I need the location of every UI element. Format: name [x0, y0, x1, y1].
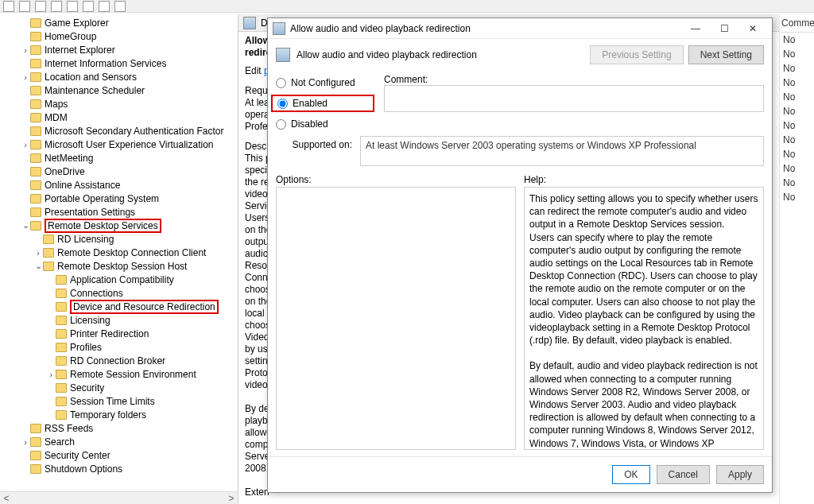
cancel-button[interactable]: Cancel [657, 465, 710, 484]
dialog-titlebar[interactable]: Allow audio and video playback redirecti… [268, 18, 772, 39]
toolbar-icon[interactable] [3, 1, 14, 12]
comment-cell: No [780, 33, 814, 47]
expand-icon[interactable]: › [33, 248, 43, 258]
tree-pane[interactable]: Game ExplorerHomeGroup›Internet Explorer… [0, 14, 238, 504]
expand-icon[interactable]: ⌄ [21, 220, 30, 231]
folder-icon [30, 424, 41, 433]
toolbar-icon[interactable] [99, 1, 110, 12]
tree-item[interactable]: OneDrive [2, 165, 238, 178]
tree-item[interactable]: Maintenance Scheduler [2, 83, 238, 97]
next-setting-button[interactable]: Next Setting [688, 45, 764, 64]
scroll-right-icon[interactable]: > [225, 493, 238, 504]
tree-item[interactable]: Online Assistance [2, 178, 238, 192]
tree-label: Shutdown Options [45, 463, 122, 475]
comment-cell: No [780, 47, 814, 61]
previous-setting-button[interactable]: Previous Setting [590, 45, 683, 64]
toolbar-icon[interactable] [67, 1, 78, 12]
tree-item[interactable]: ›Internet Explorer [2, 43, 238, 56]
tree-item[interactable]: HomeGroup [2, 29, 238, 43]
options-box[interactable] [276, 187, 516, 450]
tree-item[interactable]: Security Center [2, 448, 238, 462]
tree-item[interactable]: Presentation Settings [2, 205, 238, 219]
dialog-subtitle: Allow audio and video playback redirecti… [297, 49, 477, 60]
tree-label: Temporary folders [70, 409, 146, 421]
tree-h-scrollbar[interactable]: < > [0, 491, 238, 504]
tree-item[interactable]: Internet Information Services [2, 56, 238, 70]
tree-item[interactable]: Portable Operating System [2, 192, 238, 205]
tree-label: Game Explorer [45, 17, 109, 29]
tree-item[interactable]: ⌄Remote Desktop Services [2, 219, 238, 232]
close-button[interactable]: ✕ [738, 20, 767, 37]
folder-icon [30, 59, 41, 68]
tree-item[interactable]: RD Connection Broker [2, 354, 238, 367]
expand-icon[interactable]: › [21, 437, 30, 447]
tree-label: RD Licensing [57, 234, 114, 245]
tree-label: MDM [45, 112, 68, 123]
toolbar-icon[interactable] [35, 1, 46, 12]
tree-item[interactable]: MDM [2, 110, 238, 124]
tree-item[interactable]: Licensing [2, 313, 238, 327]
folder-icon [30, 99, 41, 109]
toolbar-icon[interactable] [114, 1, 126, 12]
expand-icon[interactable]: › [21, 72, 30, 82]
tree-label: Licensing [70, 315, 110, 326]
tree-item[interactable]: Session Time Limits [2, 394, 238, 408]
comment-textarea[interactable] [384, 85, 764, 112]
tree-item[interactable]: Profiles [2, 340, 238, 354]
expand-icon[interactable]: › [46, 370, 56, 379]
tree-item[interactable]: Temporary folders [2, 408, 238, 421]
tree-item[interactable]: ›Remote Session Environment [2, 367, 238, 381]
minimize-button[interactable]: — [681, 20, 710, 37]
radio-not-configured[interactable]: Not Configured [276, 77, 370, 88]
state-radio-group: Not Configured Enabled Disabled [276, 74, 370, 130]
tree-item[interactable]: Security [2, 381, 238, 394]
expand-icon[interactable]: ⌄ [33, 261, 43, 271]
tree-item[interactable]: Maps [2, 97, 238, 110]
toolbar-icon[interactable] [19, 1, 30, 12]
tree-label: Security [70, 382, 104, 394]
tree-item[interactable]: Microsoft Secondary Authentication Facto… [2, 124, 238, 138]
tree-item[interactable]: Game Explorer [2, 16, 238, 29]
tree-item[interactable]: ›Search [2, 435, 238, 448]
apply-button[interactable]: Apply [716, 465, 764, 484]
folder-icon [43, 235, 54, 244]
tree-label: Profiles [70, 342, 102, 353]
tree-item[interactable]: Application Compatibility [2, 273, 238, 286]
toolbar-icon[interactable] [83, 1, 94, 12]
tree-label: Internet Information Services [45, 58, 166, 69]
expand-icon[interactable]: › [21, 140, 30, 149]
folder-icon [56, 343, 67, 352]
tree-item[interactable]: ›Microsoft User Experience Virtualizatio… [2, 138, 238, 151]
folder-icon [30, 464, 41, 474]
tree-item[interactable]: Shutdown Options [2, 462, 238, 475]
tree-label: Printer Redirection [70, 328, 149, 339]
tree-item[interactable]: ›Location and Sensors [2, 70, 238, 83]
folder-icon [30, 140, 41, 149]
folder-icon [56, 302, 67, 312]
expand-icon[interactable]: › [21, 45, 30, 55]
help-box[interactable]: This policy setting allows you to specif… [524, 187, 764, 450]
folder-icon [56, 370, 67, 379]
tree-label: Connections [70, 288, 123, 299]
toolbar-icon[interactable] [51, 1, 62, 12]
tree-item[interactable]: Connections [2, 286, 238, 300]
maximize-button[interactable]: ☐ [710, 20, 738, 37]
tree-item[interactable]: ›Remote Desktop Connection Client [2, 246, 238, 259]
tree-label: Application Compatibility [70, 274, 174, 285]
tree-item[interactable]: RD Licensing [2, 232, 238, 246]
tree-item[interactable]: Device and Resource Redirection [2, 300, 238, 313]
tree-item[interactable]: Printer Redirection [2, 327, 238, 340]
tree-label: Maintenance Scheduler [45, 85, 145, 96]
comment-cell: No [780, 76, 814, 90]
radio-disabled[interactable]: Disabled [276, 118, 370, 130]
ok-button[interactable]: OK [612, 465, 649, 484]
radio-label: Disabled [291, 118, 328, 130]
tree-item[interactable]: NetMeeting [2, 151, 238, 165]
scroll-left-icon[interactable]: < [0, 493, 13, 504]
tree-item[interactable]: ⌄Remote Desktop Session Host [2, 259, 238, 273]
tree-item[interactable]: RSS Feeds [2, 421, 238, 435]
comment-cell: No [780, 133, 814, 147]
tree-label: HomeGroup [45, 31, 96, 42]
folder-icon [30, 153, 41, 163]
radio-enabled[interactable]: Enabled [271, 95, 374, 112]
